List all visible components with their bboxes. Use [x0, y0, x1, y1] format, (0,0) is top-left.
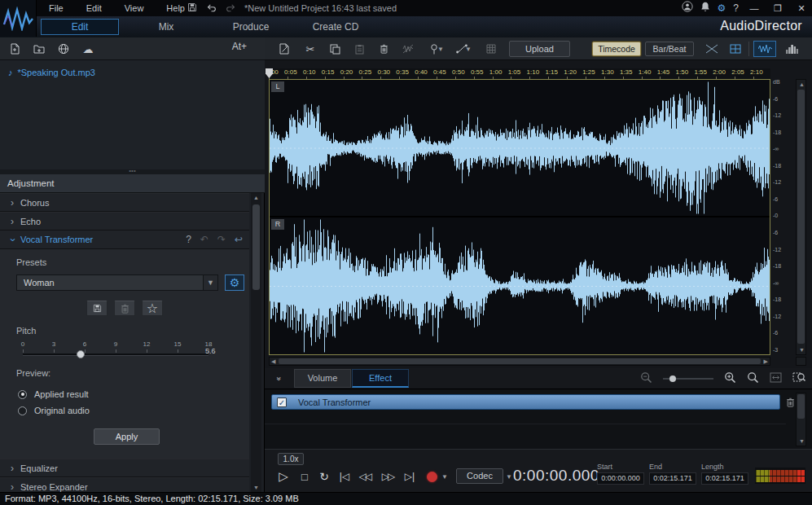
- record-button[interactable]: [424, 467, 439, 486]
- playback-speed-chip[interactable]: 1.0x: [278, 453, 304, 465]
- timeline-ruler[interactable]: 0:000:050:100:150:200:250:300:350:400:45…: [269, 68, 770, 79]
- snap-grid-icon[interactable]: [481, 41, 501, 57]
- menu-file[interactable]: File: [37, 0, 75, 16]
- zoom-out-icon[interactable]: [640, 371, 652, 387]
- favorite-preset-button[interactable]: ☆: [142, 301, 163, 316]
- maximize-button[interactable]: ❐: [770, 0, 786, 16]
- preset-settings-button[interactable]: ⚙: [225, 274, 244, 291]
- tab-edit[interactable]: Edit: [41, 19, 119, 35]
- crossfade-view-icon[interactable]: [700, 41, 723, 57]
- scrollbar-thumb[interactable]: [797, 90, 805, 344]
- preview-option-applied-result[interactable]: Applied result: [18, 386, 90, 402]
- barbeat-toggle-button[interactable]: Bar/Beat: [645, 42, 694, 56]
- scroll-up-icon[interactable]: ▲: [251, 195, 261, 200]
- waveform-left-channel[interactable]: [270, 80, 770, 216]
- menu-view[interactable]: View: [113, 0, 156, 16]
- zoom-slider-handle[interactable]: [669, 375, 676, 382]
- menu-help[interactable]: Help: [155, 0, 196, 16]
- codec-button[interactable]: Codec: [456, 468, 503, 484]
- adjustment-scrollbar[interactable]: ▲ ▼: [251, 193, 261, 492]
- record-dropdown-icon[interactable]: ▼: [441, 467, 449, 486]
- codec-dropdown-icon[interactable]: ▼: [505, 467, 513, 486]
- waveform-vertical-scrollbar[interactable]: ▲ ▼: [796, 79, 806, 355]
- silence-icon[interactable]: [398, 41, 418, 57]
- upload-button[interactable]: Upload: [509, 41, 570, 57]
- scroll-left-icon[interactable]: ◀: [271, 357, 275, 366]
- apply-button[interactable]: Apply: [94, 428, 160, 445]
- preview-option-original-audio[interactable]: Original audio: [18, 402, 90, 419]
- copy-icon[interactable]: [325, 41, 345, 57]
- fade-dropdown-icon[interactable]: ▼: [465, 46, 472, 53]
- import-media-icon[interactable]: [5, 41, 24, 57]
- scroll-right-icon[interactable]: ▶: [764, 357, 768, 366]
- radio-icon[interactable]: [18, 406, 27, 415]
- section-equalizer[interactable]: ›Equalizer: [0, 459, 249, 477]
- timecode-toggle-button[interactable]: Timecode: [592, 42, 641, 56]
- minimize-button[interactable]: —: [746, 0, 762, 16]
- stop-button[interactable]: □: [296, 467, 314, 486]
- notifications-icon[interactable]: [700, 1, 710, 15]
- scrollbar-thumb[interactable]: [797, 394, 805, 419]
- delete-effect-button[interactable]: [786, 396, 795, 411]
- effect-list-scrollbar[interactable]: ▼: [796, 393, 806, 446]
- scrollbar-thumb[interactable]: [279, 358, 761, 364]
- go-to-end-button[interactable]: ▷|: [400, 467, 419, 486]
- tab-volume[interactable]: Volume: [294, 369, 351, 388]
- tab-create-cd[interactable]: Create CD: [298, 19, 373, 35]
- right-channel[interactable]: R: [270, 217, 770, 354]
- cloud-download-icon[interactable]: ☁: [78, 41, 98, 57]
- scrollbar-thumb[interactable]: [252, 204, 260, 290]
- section-redo-icon[interactable]: ↷: [217, 231, 226, 249]
- scroll-down-icon[interactable]: ▼: [251, 485, 261, 490]
- scroll-up-icon[interactable]: ▲: [799, 80, 805, 89]
- pitch-slider-handle[interactable]: [77, 350, 85, 358]
- cut-scissors-icon[interactable]: ✂: [301, 41, 320, 57]
- play-button[interactable]: ▷: [274, 467, 292, 486]
- section-undo-icon[interactable]: ↶: [200, 231, 208, 249]
- paste-icon[interactable]: [349, 41, 369, 57]
- settings-gear-icon[interactable]: ⚙: [718, 2, 726, 14]
- delete-icon[interactable]: [374, 41, 393, 57]
- waveform-right-channel[interactable]: [270, 217, 770, 354]
- zoom-slider[interactable]: [663, 371, 713, 387]
- loop-button[interactable]: ↻: [315, 467, 333, 486]
- waveform-view-icon[interactable]: [753, 41, 776, 57]
- tab-mix[interactable]: Mix: [129, 19, 204, 35]
- spectral-view-icon[interactable]: [780, 41, 803, 57]
- help-icon[interactable]: ?: [733, 2, 739, 14]
- text-to-speech-button[interactable]: At+: [232, 41, 247, 52]
- delete-preset-button[interactable]: [114, 301, 135, 316]
- save-preset-button[interactable]: [86, 301, 108, 316]
- radio-icon[interactable]: [18, 390, 27, 399]
- section-echo[interactable]: ›Echo: [0, 212, 249, 231]
- scroll-down-icon[interactable]: ▼: [799, 437, 805, 446]
- zoom-in-icon[interactable]: [724, 371, 736, 387]
- section-help-icon[interactable]: ?: [186, 231, 191, 249]
- fit-project-icon[interactable]: [770, 371, 782, 386]
- go-to-start-button[interactable]: |◁: [335, 467, 354, 486]
- tab-produce[interactable]: Produce: [213, 19, 288, 35]
- extract-audio-icon[interactable]: [54, 41, 73, 57]
- section-vocal-transformer[interactable]: ›Vocal Transformer ? ↶ ↷ ↩: [0, 231, 249, 249]
- rewind-button[interactable]: ◁◁: [354, 467, 375, 486]
- zoom-selection-icon[interactable]: [792, 371, 805, 386]
- section-reset-icon[interactable]: ↩: [235, 231, 243, 249]
- panel-expander-icon[interactable]: ››: [271, 370, 287, 386]
- channel-list-icon[interactable]: [724, 41, 747, 57]
- section-chorus[interactable]: ›Chorus: [0, 193, 249, 212]
- scroll-down-icon[interactable]: ▼: [799, 345, 805, 354]
- marker-dropdown-icon[interactable]: ▼: [437, 46, 444, 53]
- checkbox-icon[interactable]: ✓: [277, 397, 287, 407]
- effect-row-vocal-transformer[interactable]: ✓Vocal Transformer: [271, 394, 780, 410]
- undo-icon[interactable]: [206, 1, 217, 15]
- preset-dropdown[interactable]: Woman ▼: [16, 274, 218, 291]
- account-icon[interactable]: [682, 1, 693, 15]
- import-folder-icon[interactable]: [29, 41, 49, 57]
- list-item-audio-file[interactable]: ♪ *Speaking Out.mp3: [8, 68, 95, 77]
- pitch-slider[interactable]: [23, 354, 208, 356]
- tab-effect[interactable]: Effect: [352, 369, 409, 388]
- clip-edit-icon[interactable]: [274, 41, 294, 57]
- left-channel[interactable]: L: [270, 80, 770, 216]
- close-button[interactable]: ✕: [793, 0, 810, 16]
- fast-forward-button[interactable]: ▷▷: [377, 467, 398, 486]
